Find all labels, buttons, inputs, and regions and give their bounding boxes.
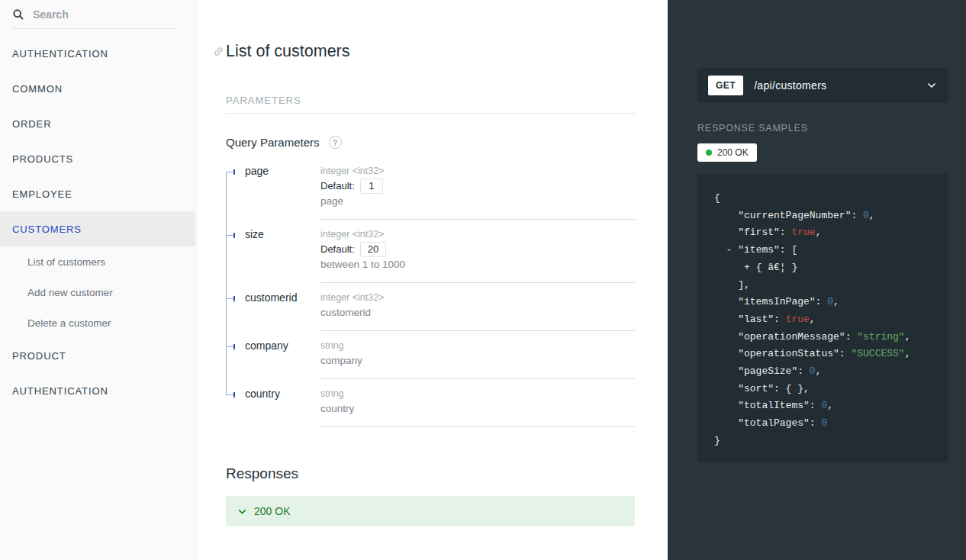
parameter-description: customerid (320, 305, 635, 320)
parameter-type: integer <int32> (320, 227, 635, 242)
code-line: ], (714, 277, 938, 294)
parameter-name: company (226, 331, 320, 379)
page-title: List of customers (226, 40, 635, 63)
sidebar-item-add-new-customer[interactable]: Add new customer (0, 277, 198, 307)
tree-connector-icon (226, 283, 237, 331)
response-panel: GET /api/customers RESPONSE SAMPLES 200 … (668, 0, 966, 560)
code-token: "operationStatus": (714, 348, 851, 359)
code-line: "sort": { }, (714, 381, 938, 398)
sidebar-item-product[interactable]: PRODUCT (0, 338, 198, 373)
parameters-section-header: PARAMETERS (226, 95, 635, 114)
code-token: "totalPages": (714, 417, 821, 429)
code-token: "SUCCESS" (851, 348, 904, 359)
parameter-details: integer <int32>Default:1page (320, 156, 635, 220)
code-token: , (816, 227, 822, 238)
sample-tab-200[interactable]: 200 OK (697, 143, 757, 162)
sidebar-item-delete-a-customer[interactable]: Delete a customer (0, 307, 198, 338)
response-200-banner[interactable]: 200 OK (226, 496, 635, 526)
sidebar-nav: AUTHENTICATIONCOMMONORDERPRODUCTSEMPLOYE… (0, 36, 198, 408)
parameter-name: page (226, 156, 320, 220)
code-line: } (714, 433, 938, 450)
code-token: "pageSize": (714, 365, 810, 377)
code-line: "operationMessage": "string", (714, 329, 938, 346)
code-token (714, 244, 726, 256)
code-token: 0 (821, 417, 827, 429)
http-method-badge: GET (708, 76, 743, 95)
endpoint-path: /api/customers (754, 79, 915, 92)
code-line: "totalPages": 0 (714, 415, 938, 433)
link-icon[interactable] (213, 46, 224, 57)
code-token: , (905, 348, 911, 359)
code-token: 0 (863, 210, 869, 221)
code-line: "currentPageNumber": 0, (714, 208, 938, 225)
sidebar-item-authentication[interactable]: AUTHENTICATION (0, 373, 198, 408)
parameter-description: between 1 to 1000 (320, 257, 635, 272)
code-line: "last": true, (714, 311, 938, 329)
sidebar: AUTHENTICATIONCOMMONORDERPRODUCTSEMPLOYE… (0, 0, 198, 560)
parameter-default: Default:1 (320, 179, 635, 194)
code-token: "last": (714, 314, 786, 325)
default-label: Default: (320, 179, 355, 194)
code-line: + { â€¦ } (714, 259, 938, 277)
parameter-type: string (320, 387, 635, 401)
sidebar-item-common[interactable]: COMMON (0, 71, 198, 106)
code-token: "items": [ (732, 244, 797, 256)
query-parameters-label: Query Parameters (226, 136, 320, 149)
sample-tab-label: 200 OK (717, 147, 749, 158)
response-samples-label: RESPONSE SAMPLES (697, 123, 948, 134)
code-token: ], (714, 279, 750, 291)
sidebar-item-employee[interactable]: EMPLOYEE (0, 176, 198, 211)
tree-connector-icon (226, 331, 237, 379)
parameter-details: integer <int32>Default:20between 1 to 10… (320, 220, 635, 283)
code-token: , (833, 296, 839, 307)
tree-connector-icon (226, 379, 237, 427)
responses-heading: Responses (226, 465, 635, 482)
parameter-name: country (226, 379, 320, 427)
code-token: } (714, 435, 720, 446)
parameter-row: customeridinteger <int32>customerid (226, 283, 635, 331)
code-token: "first": (714, 227, 791, 238)
code-token (714, 262, 744, 273)
search-icon (12, 8, 24, 21)
sidebar-item-customers[interactable]: CUSTOMERS (0, 211, 195, 246)
parameter-list: pageinteger <int32>Default:1pagesizeinte… (226, 156, 635, 427)
help-icon[interactable]: ? (329, 136, 342, 149)
code-token: , (905, 331, 911, 343)
parameter-name: size (226, 220, 320, 283)
sidebar-item-list-of-customers[interactable]: List of customers (0, 246, 198, 277)
parameter-row: pageinteger <int32>Default:1page (226, 156, 635, 220)
parameter-description: country (320, 401, 635, 417)
parameter-type: integer <int32> (320, 164, 635, 179)
parameter-default: Default:20 (320, 242, 635, 257)
code-token: true (791, 227, 815, 238)
code-token: "operationMessage": (714, 331, 857, 343)
sidebar-item-authentication[interactable]: AUTHENTICATION (0, 36, 198, 71)
code-token: { (714, 192, 720, 204)
parameter-name: customerid (226, 283, 320, 331)
sidebar-item-products[interactable]: PRODUCTS (0, 141, 198, 176)
code-token: { â€¦ } (750, 262, 797, 273)
code-line: "pageSize": 0, (714, 363, 938, 381)
page-title-text: List of customers (226, 40, 350, 63)
code-token: 0 (810, 365, 816, 377)
code-line: - "items": [ (714, 242, 938, 259)
query-parameters-row: Query Parameters ? (226, 136, 635, 149)
code-line: "totalItems": 0, (714, 397, 938, 415)
code-token: , (869, 210, 875, 221)
sidebar-item-order[interactable]: ORDER (0, 106, 198, 141)
code-token: "itemsInPage": (714, 296, 827, 307)
code-token: , (810, 314, 816, 325)
parameter-row: companystringcompany (226, 331, 635, 379)
code-token: , (816, 365, 822, 377)
search-input[interactable] (31, 8, 178, 21)
code-token: , (827, 400, 833, 411)
parameter-details: integer <int32>customerid (320, 283, 635, 331)
code-token: "currentPageNumber": (714, 210, 863, 221)
code-token: 0 (827, 296, 833, 307)
chevron-down-icon (237, 507, 247, 517)
chevron-down-icon[interactable] (926, 79, 938, 92)
code-token: "string" (857, 331, 904, 343)
endpoint-selector[interactable]: GET /api/customers (697, 68, 948, 103)
search-box[interactable] (12, 4, 178, 29)
code-toggle[interactable]: + (744, 262, 750, 273)
